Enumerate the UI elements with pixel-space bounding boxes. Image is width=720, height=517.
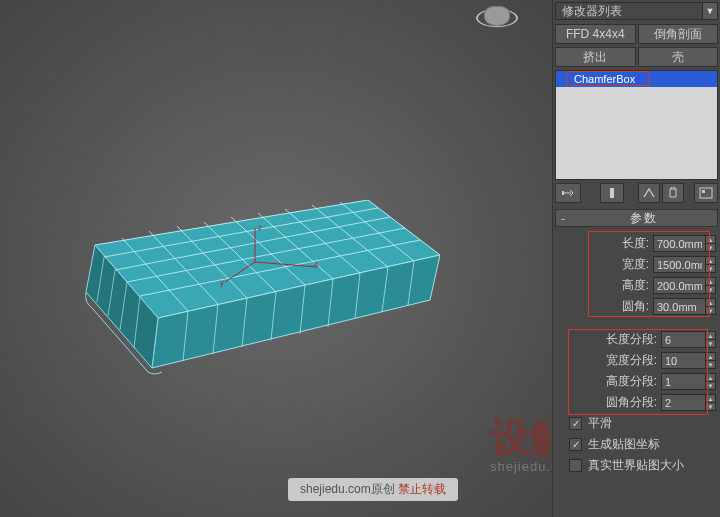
svg-rect-36 [610, 188, 614, 198]
svg-rect-38 [702, 190, 705, 193]
command-panel: 修改器列表 ▼ FFD 4x4x4 倒角剖面 挤出 壳 ChamferBox [553, 0, 720, 517]
spinner-down-icon[interactable]: ▼ [705, 264, 716, 273]
watermark-url: shejiedu.com [490, 459, 553, 474]
spinner-up-icon[interactable]: ▲ [705, 331, 716, 339]
configure-sets-button[interactable] [694, 183, 718, 203]
spinner-up-icon[interactable]: ▲ [705, 277, 716, 285]
fillet-input[interactable] [653, 298, 705, 315]
smooth-label: 平滑 [588, 415, 612, 432]
watermark-text: 设解 [490, 415, 553, 459]
dropdown-arrow-icon[interactable]: ▼ [702, 2, 718, 20]
rollout-header-params[interactable]: - 参数 [555, 209, 718, 227]
spinner-down-icon[interactable]: ▼ [705, 381, 716, 390]
mod-btn-chamfer-profile[interactable]: 倒角剖面 [638, 24, 719, 44]
width-seg-label: 宽度分段: [601, 352, 657, 369]
length-label: 长度: [593, 235, 649, 252]
svg-rect-37 [700, 188, 712, 198]
mod-btn-ffd[interactable]: FFD 4x4x4 [555, 24, 636, 44]
spinner-up-icon[interactable]: ▲ [705, 352, 716, 360]
spinner-down-icon[interactable]: ▼ [705, 402, 716, 411]
modifier-list-label: 修改器列表 [562, 3, 622, 20]
real-world-checkbox[interactable] [569, 459, 582, 472]
make-unique-button[interactable] [638, 183, 660, 203]
mod-btn-extrude[interactable]: 挤出 [555, 47, 636, 67]
svg-rect-35 [562, 191, 564, 195]
modifier-list-dropdown[interactable]: 修改器列表 ▼ [555, 2, 718, 20]
spinner-down-icon[interactable]: ▼ [705, 285, 716, 294]
height-label: 高度: [593, 277, 649, 294]
watermark: 设解 shejiedu.com [490, 410, 553, 474]
spinner-up-icon[interactable]: ▲ [705, 298, 716, 306]
smooth-checkbox[interactable]: ✓ [569, 417, 582, 430]
modifier-stack[interactable]: ChamferBox [555, 70, 718, 180]
stack-toolbar [555, 183, 718, 203]
remove-modifier-button[interactable] [662, 183, 684, 203]
gen-uv-checkbox[interactable]: ✓ [569, 438, 582, 451]
credit-bar: shejiedu.com原创 禁止转载 [288, 478, 458, 501]
svg-text:y: y [220, 278, 224, 287]
chamferbox-model[interactable]: x y z [60, 200, 440, 380]
length-input[interactable] [653, 235, 705, 252]
width-label: 宽度: [593, 256, 649, 273]
params-rollout: 长度: ▲ ▼ 宽度: ▲▼ 高度: ▲▼ 圆角: [555, 227, 718, 484]
svg-text:z: z [258, 223, 262, 232]
viewport[interactable]: x y z 设解 shejiedu.com shejiedu.com原创 禁止转… [0, 0, 553, 517]
pin-stack-button[interactable] [555, 183, 581, 203]
length-seg-input[interactable] [661, 331, 705, 348]
spinner-down-icon[interactable]: ▼ [705, 243, 716, 252]
spinner-down-icon[interactable]: ▼ [705, 360, 716, 369]
real-world-label: 真实世界贴图大小 [588, 457, 684, 474]
mod-btn-shell[interactable]: 壳 [638, 47, 719, 67]
view-cube-gizmo[interactable] [476, 2, 520, 38]
svg-text:x: x [314, 259, 318, 268]
fillet-seg-label: 圆角分段: [601, 394, 657, 411]
spinner-up-icon[interactable]: ▲ [705, 256, 716, 264]
fillet-seg-input[interactable] [661, 394, 705, 411]
credit-text: shejiedu.com原创 [300, 482, 398, 496]
width-seg-input[interactable] [661, 352, 705, 369]
rollout-title: 参数 [570, 210, 717, 227]
fillet-label: 圆角: [593, 298, 649, 315]
width-input[interactable] [653, 256, 705, 273]
gen-uv-label: 生成贴图坐标 [588, 436, 660, 453]
height-seg-input[interactable] [661, 373, 705, 390]
spinner-down-icon[interactable]: ▼ [705, 339, 716, 348]
credit-ban: 禁止转载 [398, 482, 446, 496]
spinner-up-icon[interactable]: ▲ [705, 235, 716, 243]
height-input[interactable] [653, 277, 705, 294]
spinner-up-icon[interactable]: ▲ [705, 394, 716, 402]
spinner-up-icon[interactable]: ▲ [705, 373, 716, 381]
show-end-result-button[interactable] [600, 183, 624, 203]
stack-item-chamferbox[interactable]: ChamferBox [556, 71, 717, 87]
collapse-icon: - [556, 212, 570, 224]
length-seg-label: 长度分段: [601, 331, 657, 348]
height-seg-label: 高度分段: [601, 373, 657, 390]
spinner-down-icon[interactable]: ▼ [705, 306, 716, 315]
